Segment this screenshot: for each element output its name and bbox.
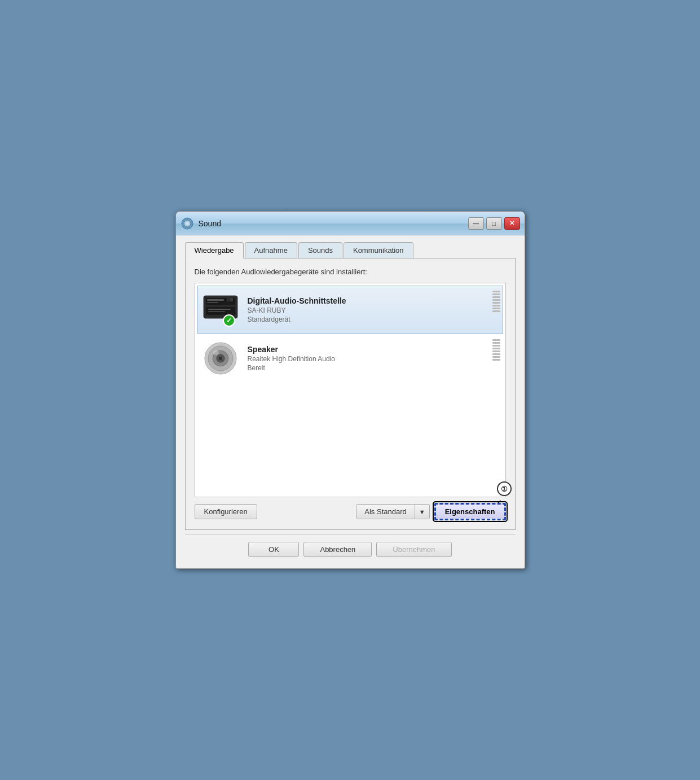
- scrollbar-indicator-1: [492, 291, 500, 312]
- als-standard-dropdown-arrow[interactable]: ▼: [415, 505, 429, 519]
- window-title: Sound: [199, 219, 468, 228]
- abbrechen-button[interactable]: Abbrechen: [303, 542, 372, 557]
- tab-wiedergabe[interactable]: Wiedergabe: [185, 242, 244, 258]
- device-icon-dat: [202, 292, 239, 328]
- svg-rect-5: [207, 299, 224, 301]
- eigenschaften-container: ① ↙ Eigenschaften: [434, 503, 506, 520]
- section-description: Die folgenden Audiowiedergabegeräte sind…: [195, 268, 506, 276]
- device-status-dat: Standardgerät: [248, 315, 346, 323]
- window-body: Wiedergabe Aufnahme Sounds Kommunikation…: [176, 235, 525, 568]
- svg-point-11: [228, 299, 230, 301]
- default-checkmark: [223, 314, 235, 327]
- maximize-button[interactable]: □: [486, 217, 502, 230]
- svg-rect-6: [207, 302, 218, 303]
- tab-kommunikation[interactable]: Kommunikation: [344, 242, 413, 258]
- minimize-button[interactable]: —: [468, 217, 484, 230]
- uebernehmen-button[interactable]: Übernehmen: [376, 542, 451, 557]
- device-name-dat: Digital-Audio-Schnittstelle: [248, 296, 346, 305]
- close-button[interactable]: ✕: [504, 217, 520, 230]
- svg-point-16: [219, 357, 222, 360]
- tab-aufnahme[interactable]: Aufnahme: [245, 242, 297, 258]
- device-subtitle-speaker: Realtek High Definition Audio: [248, 355, 335, 363]
- tab-sounds[interactable]: Sounds: [298, 242, 342, 258]
- svg-point-2: [186, 222, 189, 225]
- device-list: Digital-Audio-Schnittstelle SA-KI RUBY S…: [195, 283, 506, 497]
- device-icon-speaker: [202, 340, 239, 376]
- annotation-circle: ①: [497, 481, 512, 496]
- device-item-speaker[interactable]: Speaker Realtek High Definition Audio Be…: [197, 334, 503, 383]
- window-icon: [180, 217, 194, 230]
- device-status-speaker: Bereit: [248, 364, 335, 372]
- bottom-button-bar: Konfigurieren Als Standard ▼ ① ↙ Eigensc…: [195, 497, 506, 520]
- title-bar-controls: — □ ✕: [468, 217, 520, 230]
- tab-content-wiedergabe: Die folgenden Audiowiedergabegeräte sind…: [185, 258, 516, 530]
- device-item-dat[interactable]: Digital-Audio-Schnittstelle SA-KI RUBY S…: [197, 286, 503, 334]
- als-standard-split-button[interactable]: Als Standard ▼: [356, 504, 429, 519]
- konfigurieren-button[interactable]: Konfigurieren: [195, 504, 257, 519]
- als-standard-button[interactable]: Als Standard: [356, 505, 415, 519]
- scrollbar-indicator-2: [492, 339, 500, 361]
- device-subtitle-dat: SA-KI RUBY: [248, 306, 346, 314]
- title-bar: Sound — □ ✕: [176, 212, 525, 235]
- ok-button[interactable]: OK: [248, 542, 299, 557]
- svg-rect-8: [208, 309, 231, 310]
- sound-dialog: Sound — □ ✕ Wiedergabe Aufnahme Sounds K…: [175, 211, 525, 569]
- footer-buttons: OK Abbrechen Übernehmen: [185, 534, 516, 559]
- tab-bar: Wiedergabe Aufnahme Sounds Kommunikation: [185, 242, 516, 258]
- device-name-speaker: Speaker: [248, 345, 335, 354]
- svg-rect-9: [208, 311, 225, 312]
- eigenschaften-button[interactable]: Eigenschaften: [434, 503, 506, 520]
- device-info-dat: Digital-Audio-Schnittstelle SA-KI RUBY S…: [248, 296, 346, 323]
- device-info-speaker: Speaker Realtek High Definition Audio Be…: [248, 345, 335, 372]
